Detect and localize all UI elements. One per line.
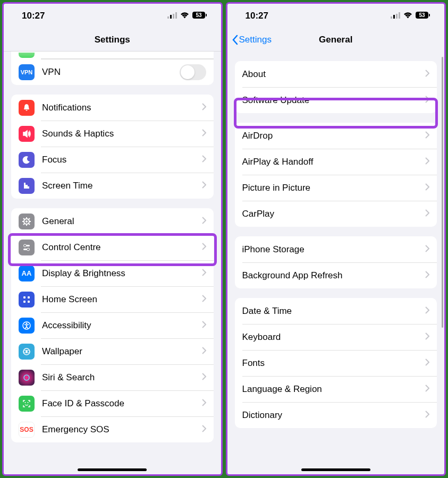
controlcentre-icon	[19, 240, 35, 255]
row-screentime[interactable]: Screen Time	[11, 173, 214, 199]
wifi-icon	[180, 11, 189, 21]
emergency-icon: SOS	[19, 422, 35, 438]
chevron-icon	[425, 411, 429, 420]
settings-list[interactable]: VPN VPN Notifications Sounds & Haptics	[4, 52, 221, 474]
svg-rect-25	[391, 16, 392, 19]
svg-rect-0	[167, 16, 169, 19]
row-airdrop[interactable]: AirDrop	[235, 123, 437, 149]
row-label: Home Screen	[42, 294, 202, 305]
row-fonts[interactable]: Fonts	[235, 350, 437, 376]
chevron-icon	[425, 332, 429, 342]
row-sounds[interactable]: Sounds & Haptics	[11, 121, 214, 147]
row-label: Control Centre	[42, 242, 202, 253]
chevron-icon	[202, 321, 206, 330]
row-stub[interactable]	[11, 52, 214, 59]
accessibility-icon	[19, 318, 35, 334]
row-accessibility[interactable]: Accessibility	[11, 312, 214, 338]
row-language[interactable]: Language & Region	[235, 376, 437, 402]
row-bgrefresh[interactable]: Background App Refresh	[235, 262, 437, 288]
row-software-update[interactable]: Software Update	[235, 87, 437, 113]
battery-icon: 53	[192, 11, 207, 21]
row-keyboard[interactable]: Keyboard	[235, 324, 437, 350]
row-dictionary[interactable]: Dictionary	[235, 402, 437, 428]
chevron-icon	[202, 295, 206, 304]
chevron-icon	[425, 70, 429, 79]
vpn-toggle[interactable]	[180, 64, 206, 80]
scroll-indicator[interactable]	[442, 57, 443, 328]
row-wallpaper[interactable]: Wallpaper	[11, 338, 214, 364]
row-controlcentre[interactable]: Control Centre	[11, 234, 214, 260]
chevron-icon	[425, 157, 429, 167]
chevron-icon	[202, 103, 206, 113]
faceid-icon	[19, 396, 35, 412]
svg-point-18	[26, 322, 28, 324]
row-focus[interactable]: Focus	[11, 147, 214, 173]
row-datetime[interactable]: Date & Time	[235, 298, 437, 324]
chevron-icon	[425, 306, 429, 316]
status-bar: 10:27 53	[227, 4, 445, 28]
wifi-icon	[403, 11, 412, 21]
row-about[interactable]: About	[235, 61, 437, 87]
chevron-icon	[202, 129, 206, 139]
phone-general: 10:27 53 Settings General About Software…	[226, 2, 446, 476]
back-button[interactable]: Settings	[232, 35, 272, 45]
row-label: Accessibility	[42, 320, 202, 331]
svg-rect-1	[170, 15, 172, 19]
row-siri[interactable]: Siri & Search	[11, 364, 214, 390]
row-label: Siri & Search	[42, 372, 202, 383]
chevron-icon	[425, 96, 429, 105]
chevron-icon	[425, 183, 429, 193]
svg-rect-3	[175, 12, 177, 19]
svg-point-12	[27, 248, 30, 251]
chevron-icon	[202, 217, 206, 226]
sounds-icon	[19, 126, 35, 142]
row-vpn[interactable]: VPN VPN	[11, 59, 214, 85]
row-faceid[interactable]: Face ID & Passcode	[11, 390, 214, 416]
general-icon	[19, 214, 35, 229]
focus-icon	[19, 152, 35, 168]
chevron-icon	[425, 271, 429, 280]
svg-rect-2	[173, 14, 174, 19]
screentime-icon	[19, 178, 35, 194]
row-carplay[interactable]: CarPlay	[235, 201, 437, 227]
row-general[interactable]: General	[11, 208, 214, 234]
row-pip[interactable]: Picture in Picture	[235, 175, 437, 201]
svg-point-23	[25, 402, 26, 403]
phone-settings: 10:27 53 Settings VPN VPN	[2, 2, 223, 476]
row-notifications[interactable]: Notifications	[11, 95, 214, 121]
svg-text:53: 53	[419, 12, 425, 18]
svg-rect-13	[23, 296, 26, 298]
siri-icon	[19, 370, 35, 386]
row-label: Notifications	[42, 103, 202, 113]
row-emergency[interactable]: SOS Emergency SOS	[11, 416, 214, 442]
chevron-icon	[425, 358, 429, 368]
row-label: Display & Brightness	[42, 268, 202, 279]
row-display[interactable]: AA Display & Brightness	[11, 260, 214, 286]
row-label: Sounds & Haptics	[42, 129, 202, 139]
chevron-icon	[202, 155, 206, 165]
wallpaper-icon	[19, 344, 35, 360]
status-time: 10:27	[246, 11, 268, 21]
chevron-icon	[425, 209, 429, 219]
chevron-icon	[202, 373, 206, 382]
row-storage[interactable]: iPhone Storage	[235, 236, 437, 262]
home-indicator	[301, 468, 370, 471]
general-list[interactable]: About Software Update AirDrop AirPlay & …	[227, 52, 445, 474]
chevron-icon	[202, 269, 206, 278]
chevron-icon	[425, 385, 429, 394]
display-icon: AA	[19, 266, 35, 281]
svg-rect-26	[393, 15, 395, 19]
nav-title: General	[319, 35, 352, 45]
svg-rect-16	[28, 301, 30, 303]
row-label: VPN	[42, 67, 180, 78]
svg-point-8	[26, 220, 28, 223]
svg-text:53: 53	[196, 12, 202, 18]
row-airplay[interactable]: AirPlay & Handoff	[235, 149, 437, 175]
status-time: 10:27	[22, 11, 45, 21]
svg-point-10	[24, 244, 27, 247]
chevron-icon	[202, 347, 206, 356]
row-homescreen[interactable]: Home Screen	[11, 286, 214, 312]
svg-rect-30	[429, 14, 430, 16]
svg-rect-27	[396, 14, 398, 19]
notifications-icon	[19, 100, 35, 116]
